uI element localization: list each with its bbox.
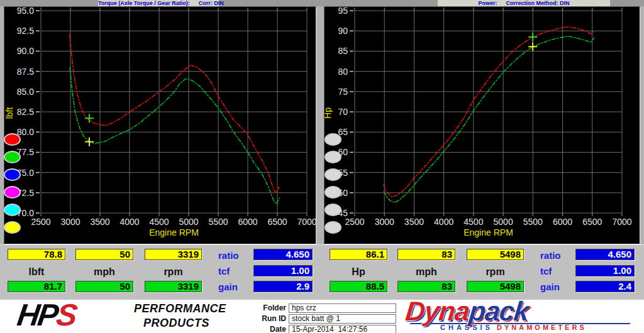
left-run-value-mph: 50 xyxy=(75,281,133,292)
left-unit-label-rpm: rpm xyxy=(145,266,202,276)
date-field[interactable]: 15-Apr-2014 14:27:56 xyxy=(289,325,396,333)
svg-text:5500: 5500 xyxy=(523,217,543,227)
right-stat-label-tcf: tcf xyxy=(540,266,572,276)
channel-button-left-0[interactable] xyxy=(4,133,21,146)
right-stat-value-tcf: 1.00 xyxy=(575,265,635,276)
channel-button-left-1[interactable] xyxy=(4,151,21,163)
svg-text:3500: 3500 xyxy=(90,217,109,227)
left-stat-label-gain: gain xyxy=(218,281,250,292)
svg-text:90: 90 xyxy=(338,26,348,36)
svg-text:87.5: 87.5 xyxy=(17,67,34,77)
torque-chart-panel[interactable]: 95.092.590.087.585.082.580.077.575.072.5… xyxy=(4,6,316,244)
right-stat-value-ratio: 4.650 xyxy=(575,249,635,260)
svg-text:95.0: 95.0 xyxy=(17,6,34,16)
svg-text:4000: 4000 xyxy=(119,217,139,227)
channel-button-right-5[interactable] xyxy=(325,221,341,234)
right-run-value-rpm: 5498 xyxy=(467,281,524,292)
hps-logo: HPS xyxy=(15,297,78,332)
torque-title-text: Torque (Axle Torque / Gear Ratio): xyxy=(98,0,190,6)
right-stat-label-gain: gain xyxy=(540,281,572,292)
svg-text:70: 70 xyxy=(338,107,348,117)
svg-text:6000: 6000 xyxy=(238,217,257,227)
run-id-field[interactable]: stock batt @ 1 xyxy=(289,314,396,324)
svg-text:85.0: 85.0 xyxy=(17,87,34,97)
power-chart-panel[interactable]: 9590858075706560555045250030003500400045… xyxy=(324,6,640,244)
torque-chart[interactable]: 95.092.590.087.585.082.580.077.575.072.5… xyxy=(4,6,316,244)
svg-text:95: 95 xyxy=(338,6,348,16)
folder-field[interactable]: hps crz xyxy=(289,303,396,313)
left-cursor-value-lbft: 78.8 xyxy=(8,249,65,260)
svg-text:92.5: 92.5 xyxy=(17,26,34,36)
left-unit-label-lbft: lbft xyxy=(8,266,65,276)
svg-text:7000: 7000 xyxy=(297,217,316,227)
svg-text:3000: 3000 xyxy=(375,217,394,227)
torque-correction-text: Corr: DIN xyxy=(199,0,224,6)
dynapack-dyna: Dyna xyxy=(404,296,471,326)
right-unit-label-mph: mph xyxy=(397,266,455,276)
svg-text:4000: 4000 xyxy=(434,217,453,227)
hps-logo-hp: HP xyxy=(15,298,59,332)
footer: HPS PERFORMANCE PRODUCTS Folder hps crz … xyxy=(0,300,644,333)
right-cursor-value-mph: 83 xyxy=(397,249,455,260)
svg-text:Hp: Hp xyxy=(324,107,333,119)
channel-button-right-0[interactable] xyxy=(325,133,341,146)
torque-chart-title: Torque (Axle Torque / Gear Ratio):Corr: … xyxy=(98,0,219,6)
svg-text:85: 85 xyxy=(338,46,348,56)
svg-text:80: 80 xyxy=(338,67,348,77)
right-stat-value-gain: 2.4 xyxy=(575,281,635,292)
run-id-label: Run ID xyxy=(252,314,286,324)
channel-button-right-3[interactable] xyxy=(325,186,341,199)
dynapack-pack: pack xyxy=(468,296,530,326)
svg-text:2500: 2500 xyxy=(345,217,364,227)
right-unit-label-rpm: rpm xyxy=(467,266,524,276)
svg-text:2500: 2500 xyxy=(31,217,50,227)
svg-text:5500: 5500 xyxy=(208,217,228,227)
channel-button-left-3[interactable] xyxy=(4,186,21,199)
channel-button-right-4[interactable] xyxy=(325,204,341,216)
svg-text:75: 75 xyxy=(338,87,348,97)
svg-text:3500: 3500 xyxy=(404,217,424,227)
chart-region: 95.092.590.087.585.082.580.077.575.072.5… xyxy=(0,6,644,244)
left-stat-value-ratio: 4.650 xyxy=(253,249,313,260)
left-run-value-rpm: 3319 xyxy=(145,281,202,292)
svg-text:5000: 5000 xyxy=(179,217,198,227)
svg-text:4500: 4500 xyxy=(149,217,169,227)
channel-button-left-2[interactable] xyxy=(4,168,21,181)
power-chart[interactable]: 9590858075706560555045250030003500400045… xyxy=(324,6,640,244)
svg-text:82.5: 82.5 xyxy=(17,107,34,117)
svg-text:Engine RPM: Engine RPM xyxy=(464,227,513,237)
svg-text:6500: 6500 xyxy=(267,217,287,227)
right-stat-label-ratio: ratio xyxy=(540,250,572,261)
hps-products-text: PRODUCTS xyxy=(143,317,209,330)
channel-button-left-4[interactable] xyxy=(4,204,21,216)
svg-text:lbft: lbft xyxy=(4,107,14,119)
dynapack-chassis-text: CHASSIS xyxy=(440,324,493,331)
dynapack-dynamometers-text: DYNAMOMETERS xyxy=(497,324,587,331)
right-run-value-Hp: 88.5 xyxy=(330,281,387,292)
chart-header-bar: Torque (Axle Torque / Gear Ratio):Corr: … xyxy=(0,0,644,6)
dyno-software-window: Torque (Axle Torque / Gear Ratio):Corr: … xyxy=(0,0,644,333)
right-cursor-value-Hp: 86.1 xyxy=(330,249,387,260)
hps-logo-s: S xyxy=(54,298,77,332)
svg-text:7000: 7000 xyxy=(612,217,631,227)
left-cursor-value-mph: 50 xyxy=(75,249,133,260)
channel-button-left-5[interactable] xyxy=(4,221,21,234)
readout-table-region: 78.8503319lbftmphrpm81.7503319ratio4.650… xyxy=(0,244,644,300)
svg-text:6500: 6500 xyxy=(582,217,602,227)
svg-text:5000: 5000 xyxy=(494,217,513,227)
right-unit-label-Hp: Hp xyxy=(330,266,387,276)
channel-button-right-1[interactable] xyxy=(325,151,341,163)
channel-button-right-2[interactable] xyxy=(325,168,341,181)
left-stat-value-gain: 2.9 xyxy=(253,281,313,292)
folder-label: Folder xyxy=(252,303,286,313)
left-stat-label-tcf: tcf xyxy=(218,266,250,276)
hps-performance-text: PERFORMANCE xyxy=(134,302,226,315)
date-label: Date xyxy=(252,325,286,333)
svg-text:90.0: 90.0 xyxy=(17,46,34,56)
dynapack-logo: Dynapack xyxy=(404,296,530,327)
svg-text:6000: 6000 xyxy=(553,217,572,227)
left-stat-label-ratio: ratio xyxy=(218,250,250,261)
right-run-value-mph: 83 xyxy=(397,281,455,292)
power-title-text: Power: xyxy=(478,0,497,6)
left-cursor-value-rpm: 3319 xyxy=(145,249,202,260)
